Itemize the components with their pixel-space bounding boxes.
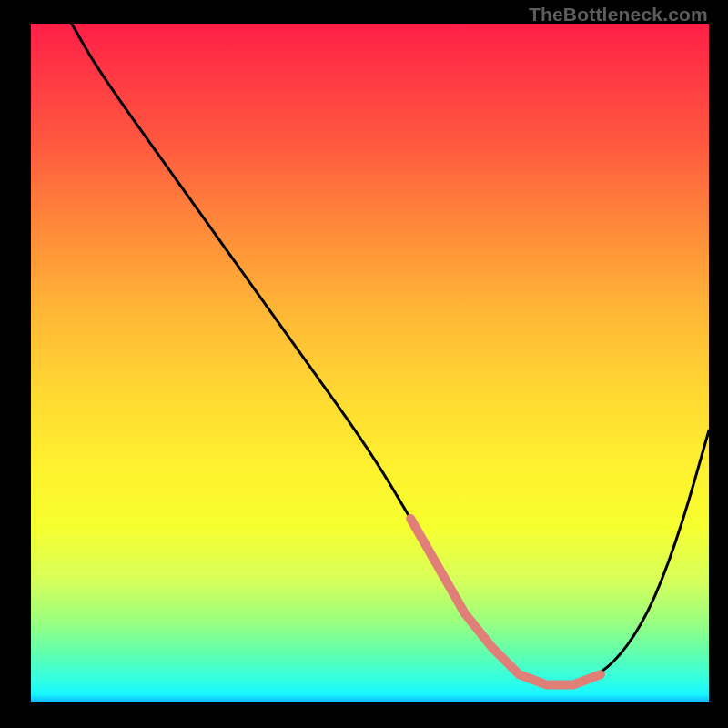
- curve-line: [72, 24, 709, 684]
- bottleneck-curve: [31, 24, 709, 702]
- attribution-label: TheBottleneck.com: [529, 4, 708, 25]
- chart-frame: TheBottleneck.com: [0, 0, 728, 728]
- optimal-range-marker: [410, 519, 601, 685]
